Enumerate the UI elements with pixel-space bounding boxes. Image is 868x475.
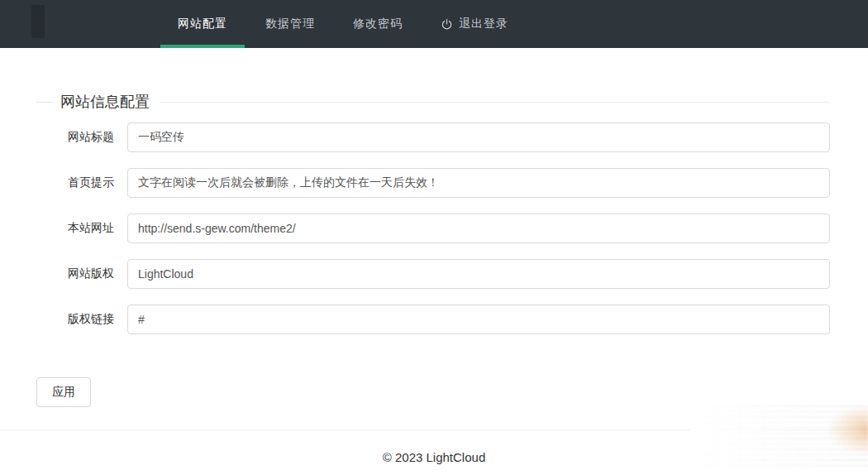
site-title-label: 网站标题	[36, 130, 127, 145]
logo-mark	[31, 5, 45, 38]
home-tip-label: 首页提示	[36, 175, 127, 190]
tab-logout-label: 退出登录	[459, 17, 508, 31]
title-rule-right	[160, 102, 830, 103]
tab-logout[interactable]: 退出登录	[422, 0, 527, 48]
form-row-copyright-text: 网站版权	[36, 259, 830, 289]
main-nav: 网站配置 数据管理 修改密码 退出登录	[159, 0, 527, 48]
power-icon	[441, 18, 453, 31]
site-title-input[interactable]	[127, 122, 830, 152]
apply-button[interactable]: 应用	[36, 377, 91, 407]
site-config-form: 网站标题 首页提示 本站网址 网站版权 版权链接 应用	[36, 122, 830, 407]
site-url-label: 本站网址	[36, 221, 127, 236]
tab-site-config[interactable]: 网站配置	[159, 0, 246, 48]
copyright-text-label: 网站版权	[36, 266, 127, 281]
form-row-site-url: 本站网址	[36, 214, 830, 243]
tab-data-management-label: 数据管理	[265, 17, 315, 31]
form-row-copyright-link: 版权链接	[36, 305, 830, 334]
active-tab-underline	[160, 45, 245, 48]
copyright-text-input[interactable]	[127, 259, 830, 289]
copyright-link-input[interactable]	[127, 305, 830, 334]
title-rule-left	[36, 102, 53, 103]
footer-copyright: © 2023 LightCloud	[383, 450, 485, 464]
page-title: 网站信息配置	[60, 92, 150, 112]
home-tip-input[interactable]	[127, 168, 830, 198]
page-footer: © 2023 LightCloud	[0, 429, 868, 464]
main-content: 网站信息配置 网站标题 首页提示 本站网址 网站版权 版权链接 应用	[0, 91, 868, 407]
tab-site-config-label: 网站配置	[178, 17, 227, 31]
tab-change-password[interactable]: 修改密码	[334, 0, 422, 48]
site-url-input[interactable]	[127, 214, 830, 243]
form-row-home-tip: 首页提示	[36, 168, 830, 198]
top-nav-bar: 网站配置 数据管理 修改密码 退出登录	[0, 0, 868, 48]
section-header: 网站信息配置	[36, 91, 830, 113]
tab-data-management[interactable]: 数据管理	[246, 0, 334, 48]
copyright-link-label: 版权链接	[36, 312, 127, 327]
tab-change-password-label: 修改密码	[353, 17, 403, 31]
form-row-site-title: 网站标题	[36, 122, 830, 152]
